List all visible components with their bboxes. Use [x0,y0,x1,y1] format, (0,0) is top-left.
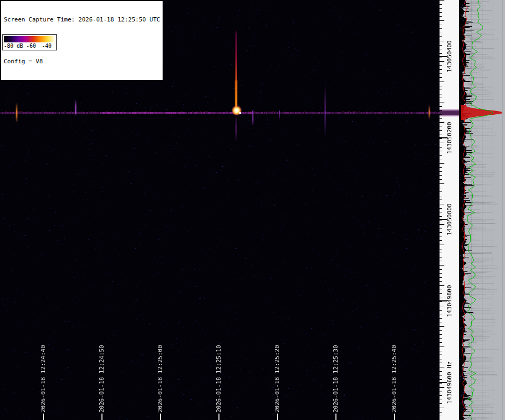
db-label-mid: -60 [26,43,36,49]
frequency-ruler: 1430504001430502001430500001430498001430… [440,0,459,420]
capture-time-text: Screen Capture Time: 2026-01-18 12:25:50… [4,16,160,23]
waterfall-panel: Screen Capture Time: 2026-01-18 12:25:50… [0,0,440,420]
colormap-gradient-bar [4,36,55,42]
color-scale-labels: -80 dB -60 -40 [3,43,56,50]
spectrum-lab-capture: Screen Capture Time: 2026-01-18 12:25:50… [0,0,505,420]
frequency-tick-label: 143050200 [446,122,453,154]
db-label-min: -80 dB [4,43,23,49]
capture-config-text: Config = V8 [4,58,160,65]
frequency-tick-label: 143050400 [446,40,453,72]
frequency-tick-label: 143049600 Hz [446,361,453,403]
spectrum-graph-panel [459,0,505,420]
spectrum-graph-canvas [459,0,505,420]
db-label-max: -40 [42,43,52,49]
frequency-tick-label: 143050000 [446,203,453,235]
frequency-labels: 1430504001430502001430500001430498001430… [440,0,459,420]
frequency-tick-label: 143049800 [446,285,453,317]
color-scale-legend: -80 dB -60 -40 [2,34,57,50]
